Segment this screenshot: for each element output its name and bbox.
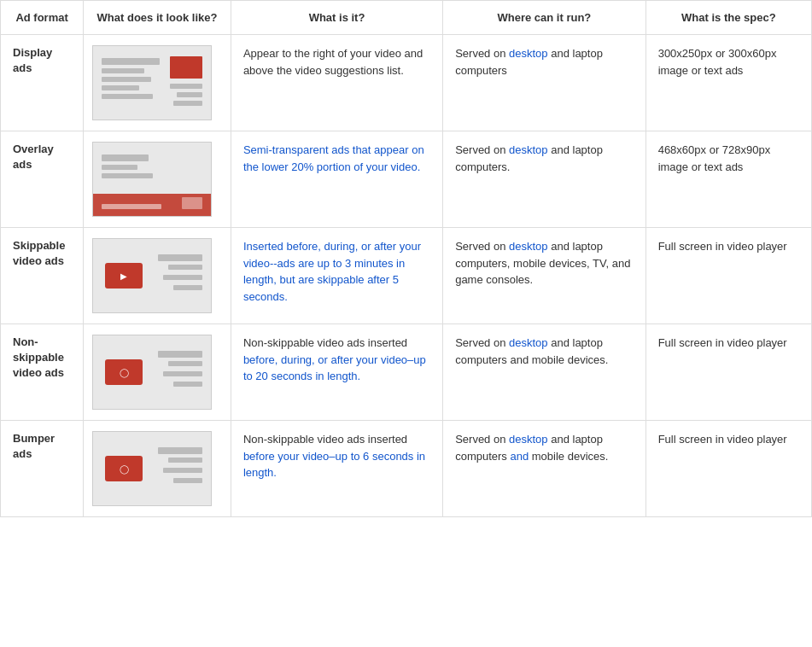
what-cell-overlay-ads: Semi-transparent ads that appear on the … [231, 131, 442, 228]
ad-name-bumper-ads: Bumper ads [13, 432, 55, 460]
where-cell-bumper-ads: Served on desktop and laptop computers a… [443, 421, 646, 517]
what-cell-display-ads: Appear to the right of your video and ab… [231, 35, 442, 131]
header-what: What is it? [231, 1, 442, 35]
format-cell-skippable-video-ads: Skippable video ads [1, 228, 84, 324]
spec-cell-overlay-ads: 468x60px or 728x90px image or text ads [646, 131, 811, 228]
image-cell-skippable-video-ads: ▶ [84, 228, 231, 324]
table-row: Skippable video ads ▶ Inserted before, d… [1, 228, 812, 324]
spec-cell-non-skippable-video-ads: Full screen in video player [646, 324, 811, 421]
header-look: What does it look like? [84, 1, 231, 35]
table-row: Overlay ads Semi-transparent ads that ap… [1, 131, 812, 228]
header-where: Where can it run? [443, 1, 646, 35]
where-cell-non-skippable-video-ads: Served on desktop and laptop computers a… [443, 324, 646, 421]
table-row: Bumper ads ◯ Non-skippable video ads ins… [1, 421, 812, 517]
spec-cell-skippable-video-ads: Full screen in video player [646, 228, 811, 324]
ad-name-non-skippable-video-ads: Non-skippable video ads [13, 335, 64, 379]
spec-cell-display-ads: 300x250px or 300x60px image or text ads [646, 35, 811, 131]
header-spec: What is the spec? [646, 1, 811, 35]
image-cell-bumper-ads: ◯ [84, 421, 231, 517]
where-cell-skippable-video-ads: Served on desktop and laptop computers, … [443, 228, 646, 324]
table-row: Non-skippable video ads ◯ Non-skippable … [1, 324, 812, 421]
ad-formats-table: Ad format What does it look like? What i… [0, 0, 812, 517]
format-cell-bumper-ads: Bumper ads [1, 421, 84, 517]
spec-cell-bumper-ads: Full screen in video player [646, 421, 811, 517]
image-cell-non-skippable-video-ads: ◯ [84, 324, 231, 421]
format-cell-non-skippable-video-ads: Non-skippable video ads [1, 324, 84, 421]
image-cell-overlay-ads [84, 131, 231, 228]
what-cell-bumper-ads: Non-skippable video ads inserted before … [231, 421, 442, 517]
header-format: Ad format [1, 1, 84, 35]
ad-name-skippable-video-ads: Skippable video ads [13, 239, 65, 267]
what-cell-non-skippable-video-ads: Non-skippable video ads inserted before,… [231, 324, 442, 421]
ad-name-display-ads: Display ads [13, 46, 52, 74]
where-cell-display-ads: Served on desktop and laptop computers [443, 35, 646, 131]
what-cell-skippable-video-ads: Inserted before, during, or after your v… [231, 228, 442, 324]
ad-name-overlay-ads: Overlay ads [13, 143, 54, 171]
table-row: Display ads Appear to the right of your … [1, 35, 812, 131]
image-cell-display-ads [84, 35, 231, 131]
where-cell-overlay-ads: Served on desktop and laptop computers. [443, 131, 646, 228]
format-cell-display-ads: Display ads [1, 35, 84, 131]
format-cell-overlay-ads: Overlay ads [1, 131, 84, 228]
